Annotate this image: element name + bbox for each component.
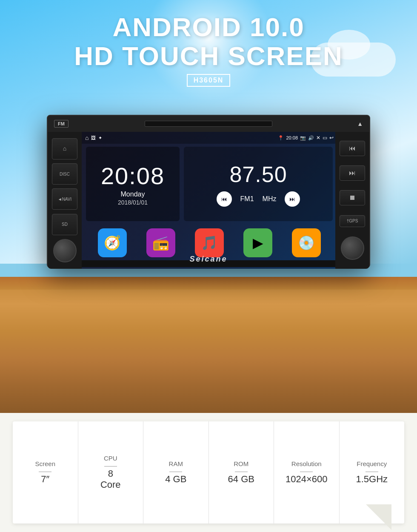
radio-next-button[interactable]: ⏭ (285, 191, 300, 207)
sd-label: SD (62, 222, 68, 227)
spec-frequency-value: 1.5GHz (356, 474, 388, 485)
navi-label: ◄NAVI (58, 197, 72, 202)
spec-rom-divider (235, 472, 248, 472)
status-pin-icon: 📍 (278, 135, 284, 141)
dvd-icon-box: 💿 (292, 228, 321, 257)
spec-frequency: Frequency 1.5GHz (340, 421, 405, 523)
spec-cpu-value: 8Core (100, 468, 121, 491)
dvd-app-icon[interactable]: 💿 DVD (292, 228, 321, 265)
sd-button[interactable]: SD (52, 214, 77, 235)
status-image-icon: 🖼 (91, 135, 96, 140)
brand-label: Seicane (189, 255, 227, 264)
status-left: ⌂ 🖼 ✦ (85, 134, 102, 141)
radio-info: ⏮ FM1 MHz ⏭ (217, 191, 300, 207)
spec-frequency-divider (366, 472, 378, 472)
spec-frequency-label: Frequency (357, 460, 387, 467)
spec-ram-value: 4 GB (165, 474, 186, 485)
main-title: ANDROID 10.0 HD TOUCH SCREEN (0, 13, 417, 71)
title-line1: ANDROID 10.0 (112, 12, 304, 42)
disc-button[interactable]: DISC (52, 163, 77, 185)
status-back-icon: ↩ (329, 135, 334, 141)
nav-app-icon[interactable]: 🧭 Navigation (98, 228, 127, 265)
spec-cpu-label: CPU (104, 455, 117, 462)
music-icon-box: 🎵 (195, 228, 224, 257)
video-app-icon[interactable]: ▶ Video (243, 228, 272, 265)
clock-time: 20:08 (101, 162, 165, 190)
spec-ram: RAM 4 GB (143, 421, 209, 523)
navi-button[interactable]: ◄NAVI (52, 188, 77, 210)
status-right: 📍 20:08 📷 🔊 ✕ ▭ ↩ (278, 135, 334, 141)
home-icon: ⌂ (63, 145, 66, 152)
radio-app-icon[interactable]: 📻 Radio (146, 228, 175, 265)
spec-resolution-label: Resolution (291, 460, 322, 467)
specs-section: Screen 7″ CPU 8Core RAM 4 GB ROM 64 GB R… (0, 413, 417, 532)
radio-prev-button[interactable]: ⏮ (217, 191, 232, 207)
spec-screen-divider (39, 472, 51, 472)
status-bar: ⌂ 🖼 ✦ 📍 20:08 📷 🔊 ✕ ▭ ↩ (82, 132, 337, 144)
status-camera-icon: 📷 (300, 135, 306, 141)
cd-slot (145, 121, 272, 127)
disc-label: DISC (60, 172, 70, 176)
left-knob[interactable] (53, 239, 77, 262)
radio-frequency: 87.50 (229, 162, 287, 187)
status-home-icon: ⌂ (85, 134, 89, 141)
clock-date: 2018/01/01 (118, 199, 148, 206)
video-icon-box: ▶ (243, 228, 272, 257)
radio-band: FM1 (240, 195, 254, 203)
spec-resolution-value: 1024×600 (286, 474, 328, 485)
radio-unit: MHz (263, 195, 277, 203)
spec-screen-label: Screen (35, 460, 55, 467)
spec-screen: Screen 7″ (13, 421, 78, 523)
gps-button[interactable]: †GPS (340, 215, 365, 227)
spec-rom-value: 64 GB (228, 474, 254, 485)
stop-button[interactable]: ⏹ (340, 190, 365, 205)
specs-paper: Screen 7″ CPU 8Core RAM 4 GB ROM 64 GB R… (13, 421, 404, 523)
status-time: 20:08 (286, 135, 298, 140)
status-x-icon: ✕ (316, 135, 320, 141)
radio-widget: 87.50 ⏮ FM1 MHz ⏭ (184, 147, 333, 221)
screen-area[interactable]: ⌂ 🖼 ✦ 📍 20:08 📷 🔊 ✕ ▭ ↩ 20:08 Monday (82, 132, 337, 269)
next-track-button[interactable]: ⏭ (340, 165, 365, 181)
stereo-top-strip: FM ▲ (48, 116, 369, 132)
spec-ram-label: RAM (169, 460, 183, 467)
stereo-unit: FM ▲ ⌂ DISC ◄NAVI SD ⌂ 🖼 ✦ (47, 115, 370, 268)
spec-screen-value: 7″ (41, 474, 49, 485)
title-line2: HD TOUCH SCREEN (74, 41, 343, 71)
spec-resolution: Resolution 1024×600 (274, 421, 340, 523)
radio-icon-box: 📻 (146, 228, 175, 257)
spec-rom: ROM 64 GB (209, 421, 274, 523)
nav-icon-box: 🧭 (98, 228, 127, 257)
left-panel: ⌂ DISC ◄NAVI SD (48, 132, 82, 269)
right-knob[interactable] (341, 236, 364, 260)
spec-resolution-divider (300, 472, 313, 472)
spec-cpu: CPU 8Core (78, 421, 144, 523)
home-button[interactable]: ⌂ (52, 138, 77, 159)
prev-track-button[interactable]: ⏮ (340, 141, 365, 156)
status-usb-icon: ✦ (98, 135, 102, 141)
status-window-icon: ▭ (323, 135, 327, 141)
clock-widget: 20:08 Monday 2018/01/01 (86, 147, 180, 221)
model-badge: H3605N (187, 74, 231, 87)
wood-table (0, 277, 417, 413)
spec-ram-divider (169, 472, 182, 472)
right-panel: ⏮ ⏭ ⏹ †GPS (335, 132, 369, 269)
clock-day: Monday (121, 191, 145, 198)
header-section: ANDROID 10.0 HD TOUCH SCREEN H3605N (0, 13, 417, 87)
eject-button[interactable]: ▲ (357, 120, 363, 127)
fm-label: FM (54, 120, 69, 128)
spec-cpu-divider (104, 466, 117, 467)
status-volume-icon: 🔊 (308, 135, 314, 141)
spec-rom-label: ROM (234, 460, 248, 467)
android-screen: ⌂ 🖼 ✦ 📍 20:08 📷 🔊 ✕ ▭ ↩ 20:08 Monday (82, 132, 337, 269)
